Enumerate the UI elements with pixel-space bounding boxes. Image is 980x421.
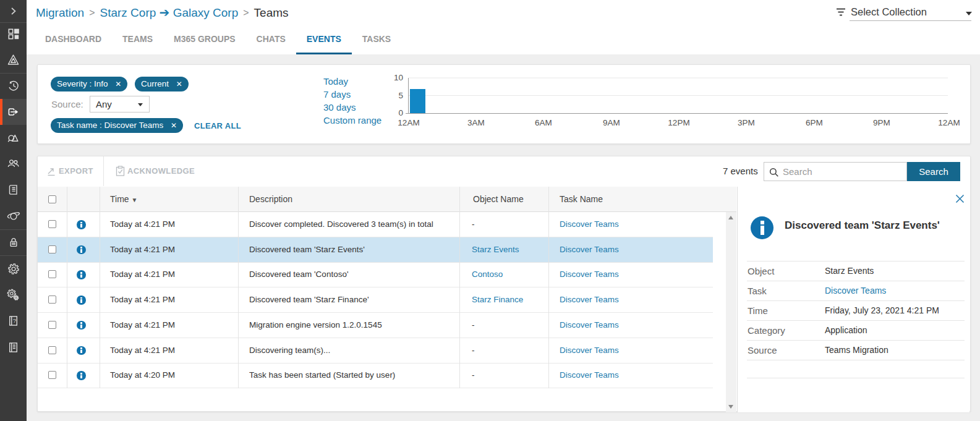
svg-text:9PM: 9PM	[873, 118, 890, 127]
svg-text:9AM: 9AM	[603, 118, 620, 127]
svg-text:12AM: 12AM	[398, 118, 419, 127]
svg-text:3PM: 3PM	[738, 118, 755, 127]
svg-text:0: 0	[398, 108, 403, 117]
svg-text:12PM: 12PM	[668, 118, 689, 127]
svg-text:10: 10	[394, 73, 403, 82]
svg-text:?: ?	[13, 317, 16, 324]
svg-text:6AM: 6AM	[535, 118, 552, 127]
svg-text:3AM: 3AM	[467, 118, 485, 127]
svg-text:5: 5	[398, 91, 403, 100]
svg-text:6PM: 6PM	[806, 118, 823, 127]
svg-text:12AM: 12AM	[938, 118, 960, 127]
